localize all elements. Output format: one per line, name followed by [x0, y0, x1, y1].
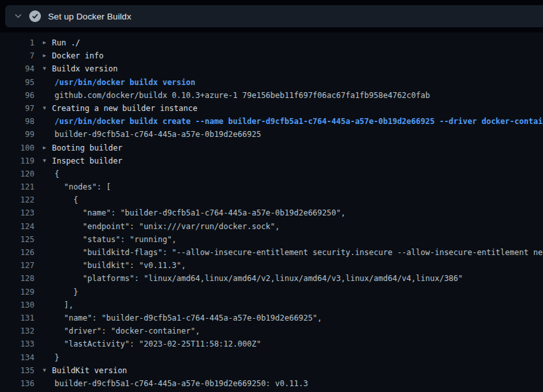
log-group-row[interactable]: 7▶Docker info [0, 49, 543, 62]
log-row: 95/usr/bin/docker buildx version [0, 76, 543, 89]
line-number[interactable]: 1 [0, 36, 34, 49]
log-row: 136builder-d9cfb5a1-c764-445a-a57e-0b19d… [0, 377, 543, 390]
indent-spacer [34, 299, 55, 312]
log-group-row[interactable]: 100▶Booting builder [0, 141, 543, 154]
log-row: 123 "name": "builder-d9cfb5a1-c764-445a-… [0, 206, 543, 219]
log-group-row[interactable]: 1▶Run ./ [0, 36, 543, 49]
line-number[interactable]: 127 [0, 259, 34, 272]
line-number[interactable]: 95 [0, 76, 34, 89]
log-text: "nodes": [ [55, 180, 543, 193]
log-row: 125 "status": "running", [0, 233, 543, 246]
command-text: /usr/bin/docker buildx version [55, 76, 543, 89]
indent-spacer [34, 312, 55, 325]
triangle-down-icon[interactable]: ▼ [43, 154, 52, 167]
log-text: { [55, 167, 543, 180]
line-number[interactable]: 99 [0, 128, 34, 141]
indent-spacer [34, 272, 55, 285]
group-title[interactable]: Run ./ [52, 36, 543, 49]
log-text: "lastActivity": "2023-02-25T11:58:12.000… [55, 337, 543, 350]
indent-spacer [34, 193, 55, 206]
log-row: 121 "nodes": [ [0, 180, 543, 193]
indent-spacer [34, 128, 55, 141]
log-group-row[interactable]: 97▼Creating a new builder instance [0, 102, 543, 115]
log-row: 129 } [0, 286, 543, 299]
step-header[interactable]: Set up Docker Buildx [5, 5, 543, 27]
log-row: 130 ], [0, 299, 543, 312]
line-number[interactable]: 124 [0, 220, 34, 233]
log-row: 134} [0, 351, 543, 364]
triangle-right-icon[interactable]: ▶ [43, 36, 52, 49]
log-text: "platforms": "linux/amd64,linux/amd64/v2… [55, 272, 543, 285]
triangle-right-icon[interactable]: ▶ [43, 49, 52, 62]
log-group-row[interactable]: 135▼BuildKit version [0, 364, 543, 377]
check-circle-icon [29, 10, 41, 22]
triangle-down-icon[interactable]: ▼ [43, 364, 52, 377]
indent-spacer [34, 76, 55, 89]
indent-spacer [34, 89, 55, 102]
log-row: 128 "platforms": "linux/amd64,linux/amd6… [0, 272, 543, 285]
group-title[interactable]: Docker info [52, 49, 543, 62]
line-number[interactable]: 98 [0, 115, 34, 128]
indent-spacer [34, 180, 55, 193]
log-text: } [55, 286, 543, 299]
line-number[interactable]: 131 [0, 312, 34, 325]
log-group-row[interactable]: 94▼Buildx version [0, 62, 543, 75]
line-number[interactable]: 122 [0, 193, 34, 206]
indent-spacer [34, 115, 55, 128]
log-row: 126 "buildkitd-flags": "--allow-insecure… [0, 246, 543, 259]
triangle-right-icon[interactable]: ▶ [43, 141, 52, 154]
command-text: /usr/bin/docker buildx create --name bui… [55, 115, 543, 128]
log-text: "name": "builder-d9cfb5a1-c764-445a-a57e… [55, 206, 543, 219]
line-number[interactable]: 123 [0, 206, 34, 219]
indent-spacer [34, 377, 55, 390]
log-text: builder-d9cfb5a1-c764-445a-a57e-0b19d2e6… [55, 377, 543, 390]
log-row: 98/usr/bin/docker buildx create --name b… [0, 115, 543, 128]
line-number[interactable]: 126 [0, 246, 34, 259]
line-number[interactable]: 96 [0, 89, 34, 102]
log-text: ], [55, 299, 543, 312]
log-row: 96github.com/docker/buildx 0.10.3+azure-… [0, 89, 543, 102]
indent-spacer [34, 351, 55, 364]
line-number[interactable]: 133 [0, 337, 34, 350]
log-row: 120{ [0, 167, 543, 180]
line-number[interactable]: 120 [0, 167, 34, 180]
line-number[interactable]: 136 [0, 377, 34, 390]
indent-spacer [34, 246, 55, 259]
group-title[interactable]: Buildx version [52, 62, 543, 75]
log-text: "status": "running", [55, 233, 543, 246]
indent-spacer [34, 220, 55, 233]
line-number[interactable]: 100 [0, 141, 34, 154]
group-title[interactable]: Booting builder [52, 141, 543, 154]
log-text: "endpoint": "unix:///var/run/docker.sock… [55, 220, 543, 233]
group-title[interactable]: Creating a new builder instance [52, 102, 543, 115]
indent-spacer [34, 167, 55, 180]
line-number[interactable]: 128 [0, 272, 34, 285]
log-row: 133 "lastActivity": "2023-02-25T11:58:12… [0, 337, 543, 350]
log-text: "name": "builder-d9cfb5a1-c764-445a-a57e… [55, 312, 543, 325]
log-text: { [55, 193, 543, 206]
triangle-down-icon[interactable]: ▼ [43, 102, 52, 115]
log-row: 131 "name": "builder-d9cfb5a1-c764-445a-… [0, 312, 543, 325]
line-number[interactable]: 119 [0, 154, 34, 167]
log-group-row[interactable]: 119▼Inspect builder [0, 154, 543, 167]
log-text: github.com/docker/buildx 0.10.3+azure-1 … [55, 89, 543, 102]
line-number[interactable]: 132 [0, 325, 34, 337]
log-row: 99builder-d9cfb5a1-c764-445a-a57e-0b19d2… [0, 128, 543, 141]
line-number[interactable]: 121 [0, 180, 34, 193]
line-number[interactable]: 97 [0, 102, 34, 115]
line-number[interactable]: 129 [0, 286, 34, 299]
line-number[interactable]: 134 [0, 351, 34, 364]
line-number[interactable]: 94 [0, 62, 34, 75]
log-area: 1▶Run ./7▶Docker info94▼Buildx version95… [0, 32, 543, 392]
group-title[interactable]: Inspect builder [52, 154, 543, 167]
chevron-down-icon[interactable] [13, 11, 23, 21]
line-number[interactable]: 130 [0, 299, 34, 312]
line-number[interactable]: 7 [0, 49, 34, 62]
indent-spacer [34, 259, 55, 272]
line-number[interactable]: 135 [0, 364, 34, 377]
triangle-down-icon[interactable]: ▼ [43, 62, 52, 75]
log-row: 124 "endpoint": "unix:///var/run/docker.… [0, 220, 543, 233]
line-number[interactable]: 125 [0, 233, 34, 246]
group-title[interactable]: BuildKit version [52, 364, 543, 377]
log-row: 122 { [0, 193, 543, 206]
